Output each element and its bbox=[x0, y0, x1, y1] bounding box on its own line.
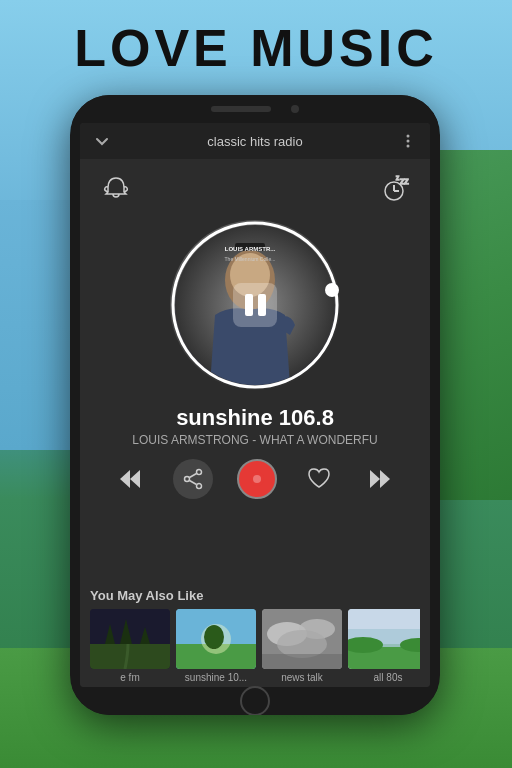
app-screen: classic hits radio bbox=[80, 123, 430, 687]
favorite-button[interactable] bbox=[301, 461, 337, 497]
menu-button[interactable] bbox=[398, 131, 418, 151]
svg-point-37 bbox=[204, 625, 224, 649]
svg-point-2 bbox=[407, 145, 410, 148]
also-like-title: You May Also Like bbox=[90, 588, 420, 603]
phone-bottom-bar bbox=[70, 687, 440, 715]
thumb-clouds bbox=[262, 609, 342, 669]
also-like-label: news talk bbox=[262, 672, 342, 683]
svg-marker-26 bbox=[370, 470, 380, 488]
app-header: classic hits radio bbox=[80, 123, 430, 159]
list-item[interactable]: news talk bbox=[262, 609, 342, 683]
list-item[interactable]: all 80s bbox=[348, 609, 420, 683]
svg-text:Z: Z bbox=[396, 175, 399, 181]
thumb-lake bbox=[348, 609, 420, 669]
svg-line-22 bbox=[189, 474, 196, 478]
station-name: sunshine 106.8 bbox=[176, 405, 334, 431]
svg-point-0 bbox=[407, 135, 410, 138]
list-item[interactable]: e fm bbox=[90, 609, 170, 683]
svg-point-16 bbox=[325, 283, 339, 297]
pause-button[interactable] bbox=[233, 283, 277, 327]
also-like-label: sunshine 10... bbox=[176, 672, 256, 683]
phone-camera bbox=[291, 105, 299, 113]
app-header-title: classic hits radio bbox=[112, 134, 398, 149]
svg-point-19 bbox=[196, 470, 201, 475]
svg-marker-18 bbox=[130, 470, 140, 488]
svg-point-1 bbox=[407, 140, 410, 143]
svg-rect-29 bbox=[90, 644, 170, 669]
svg-point-21 bbox=[184, 477, 189, 482]
also-like-section: You May Also Like bbox=[80, 582, 430, 687]
thumb-meadow bbox=[176, 609, 256, 669]
track-name: LOUIS ARMSTRONG - WHAT A WONDERFU bbox=[127, 433, 383, 447]
page-title: LOVE MUSIC bbox=[0, 18, 512, 78]
svg-marker-17 bbox=[120, 470, 130, 488]
rewind-button[interactable] bbox=[112, 461, 148, 497]
svg-rect-42 bbox=[262, 654, 342, 669]
phone-top-bar bbox=[70, 95, 440, 123]
collapse-button[interactable] bbox=[92, 131, 112, 151]
fast-forward-button[interactable] bbox=[362, 461, 398, 497]
record-button[interactable] bbox=[237, 459, 277, 499]
thumb-forest bbox=[90, 609, 170, 669]
svg-point-25 bbox=[253, 475, 261, 483]
list-item[interactable]: sunshine 10... bbox=[176, 609, 256, 683]
bell-icon[interactable] bbox=[100, 174, 132, 210]
album-art-container: LOUIS ARMSTR... The Millennium Colle... bbox=[170, 220, 340, 390]
controls-row bbox=[90, 447, 420, 511]
share-button[interactable] bbox=[173, 459, 213, 499]
icons-row: ZZ Z bbox=[90, 169, 420, 215]
also-like-label: all 80s bbox=[348, 672, 420, 683]
svg-marker-27 bbox=[380, 470, 390, 488]
svg-text:ZZ: ZZ bbox=[400, 178, 409, 185]
phone-speaker bbox=[211, 106, 271, 112]
sleep-icon[interactable]: ZZ Z bbox=[378, 174, 410, 210]
pause-bars-icon bbox=[245, 294, 266, 316]
svg-point-41 bbox=[277, 630, 327, 658]
svg-point-20 bbox=[196, 484, 201, 489]
svg-line-23 bbox=[189, 481, 196, 485]
phone-home-button[interactable] bbox=[240, 686, 270, 715]
player-area: ZZ Z bbox=[80, 159, 430, 582]
phone-frame: classic hits radio bbox=[70, 95, 440, 715]
also-like-label: e fm bbox=[90, 672, 170, 683]
also-like-row: e fm sunshine 10.. bbox=[90, 609, 420, 683]
